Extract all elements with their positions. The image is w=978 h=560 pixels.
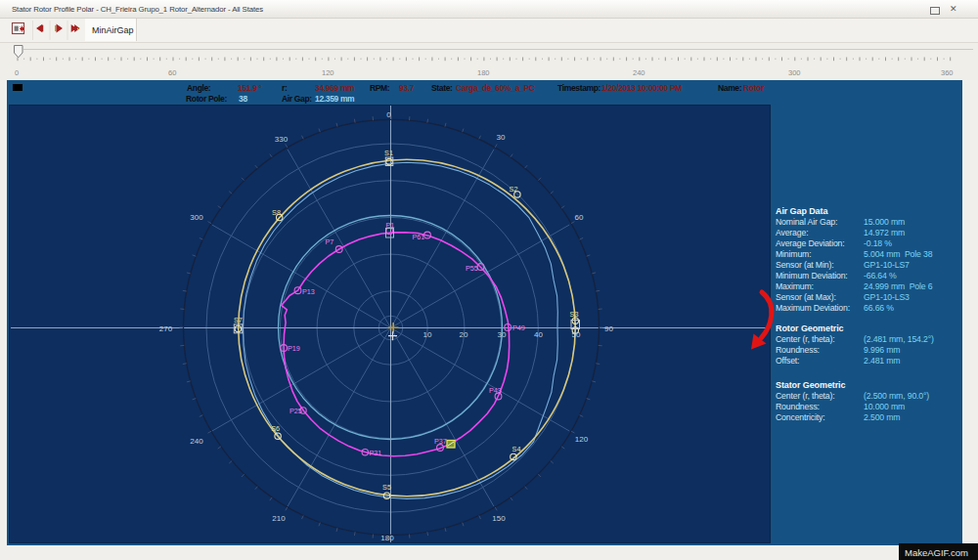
svg-text:30: 30 bbox=[498, 330, 507, 339]
svg-text:S2: S2 bbox=[510, 185, 518, 194]
svg-text:60: 60 bbox=[575, 213, 584, 222]
svg-text:300: 300 bbox=[190, 213, 203, 222]
svg-text:40: 40 bbox=[534, 330, 543, 339]
svg-text:240: 240 bbox=[190, 437, 203, 446]
svg-text:30: 30 bbox=[497, 133, 506, 142]
svg-text:0: 0 bbox=[386, 110, 391, 119]
svg-text:P49: P49 bbox=[512, 323, 525, 332]
svg-text:P7: P7 bbox=[326, 237, 334, 246]
svg-text:90: 90 bbox=[604, 324, 613, 333]
svg-text:50: 50 bbox=[572, 330, 581, 339]
svg-text:S4: S4 bbox=[512, 445, 521, 453]
svg-text:S5: S5 bbox=[382, 483, 391, 492]
svg-text:P61: P61 bbox=[413, 233, 425, 241]
svg-text:180: 180 bbox=[380, 534, 394, 542]
svg-text:120: 120 bbox=[575, 435, 589, 444]
svg-text:P25: P25 bbox=[289, 407, 302, 415]
svg-text:P31: P31 bbox=[370, 449, 382, 457]
svg-text:210: 210 bbox=[272, 514, 286, 523]
svg-text:330: 330 bbox=[275, 135, 289, 144]
svg-text:P37: P37 bbox=[434, 437, 447, 446]
svg-text:S8: S8 bbox=[272, 208, 281, 217]
svg-text:150: 150 bbox=[492, 514, 506, 523]
svg-text:S3: S3 bbox=[570, 310, 579, 319]
svg-text:20: 20 bbox=[460, 330, 468, 339]
svg-text:S7: S7 bbox=[234, 316, 243, 324]
svg-text:P1: P1 bbox=[386, 221, 395, 230]
svg-text:P55: P55 bbox=[466, 264, 478, 273]
svg-text:S6: S6 bbox=[271, 424, 280, 433]
svg-text:P43: P43 bbox=[489, 386, 502, 395]
svg-text:270: 270 bbox=[159, 324, 173, 333]
svg-text:S1: S1 bbox=[384, 149, 393, 157]
svg-text:P19: P19 bbox=[288, 344, 300, 353]
svg-text:P13: P13 bbox=[302, 287, 315, 296]
svg-text:10: 10 bbox=[423, 330, 432, 339]
